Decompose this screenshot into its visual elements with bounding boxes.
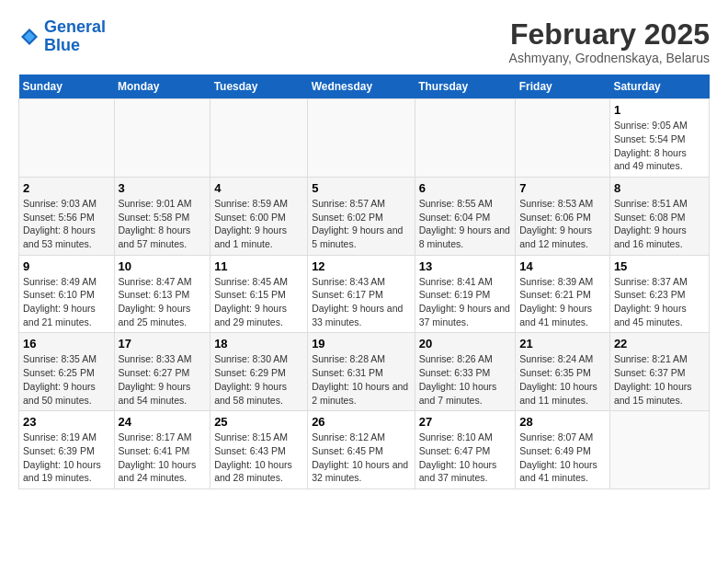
calendar-cell (210, 99, 308, 178)
day-info: Sunrise: 8:26 AM Sunset: 6:33 PM Dayligh… (419, 352, 512, 407)
calendar-cell: 16Sunrise: 8:35 AM Sunset: 6:25 PM Dayli… (19, 333, 115, 411)
calendar-cell (516, 99, 610, 178)
day-info: Sunrise: 8:15 AM Sunset: 6:43 PM Dayligh… (214, 431, 303, 485)
calendar-cell (114, 99, 210, 178)
calendar-cell: 14Sunrise: 8:39 AM Sunset: 6:21 PM Dayli… (516, 255, 610, 333)
calendar-cell: 7Sunrise: 8:53 AM Sunset: 6:06 PM Daylig… (516, 177, 610, 255)
day-number: 13 (419, 259, 512, 273)
day-number: 10 (119, 259, 207, 273)
calendar-week-row: 1Sunrise: 9:05 AM Sunset: 5:54 PM Daylig… (19, 99, 710, 178)
day-info: Sunrise: 8:33 AM Sunset: 6:27 PM Dayligh… (119, 352, 207, 407)
day-number: 20 (419, 337, 512, 350)
day-info: Sunrise: 8:17 AM Sunset: 6:41 PM Dayligh… (119, 431, 207, 485)
day-number: 7 (519, 181, 606, 195)
day-number: 11 (214, 259, 303, 273)
day-info: Sunrise: 8:37 AM Sunset: 6:23 PM Dayligh… (614, 275, 705, 329)
calendar-cell: 9Sunrise: 8:49 AM Sunset: 6:10 PM Daylig… (19, 255, 115, 333)
day-number: 2 (23, 181, 110, 195)
weekday-header-sunday: Sunday (19, 75, 115, 99)
day-number: 27 (419, 415, 512, 429)
page-title: February 2025 (509, 18, 710, 51)
calendar-cell: 22Sunrise: 8:21 AM Sunset: 6:37 PM Dayli… (609, 333, 709, 411)
day-number: 4 (214, 181, 303, 195)
calendar-cell: 3Sunrise: 9:01 AM Sunset: 5:58 PM Daylig… (114, 177, 210, 255)
logo-line1: General (44, 17, 106, 36)
weekday-header-saturday: Saturday (609, 75, 709, 99)
calendar-cell: 20Sunrise: 8:26 AM Sunset: 6:33 PM Dayli… (415, 333, 516, 411)
day-info: Sunrise: 8:49 AM Sunset: 6:10 PM Dayligh… (23, 275, 110, 329)
day-number: 19 (312, 337, 411, 350)
calendar-header: SundayMondayTuesdayWednesdayThursdayFrid… (19, 75, 710, 99)
day-info: Sunrise: 8:39 AM Sunset: 6:21 PM Dayligh… (519, 275, 606, 329)
day-number: 6 (419, 181, 512, 195)
day-info: Sunrise: 8:21 AM Sunset: 6:37 PM Dayligh… (614, 352, 705, 407)
calendar-cell: 18Sunrise: 8:30 AM Sunset: 6:29 PM Dayli… (210, 333, 308, 411)
logo-text: General Blue (44, 18, 106, 55)
day-info: Sunrise: 8:30 AM Sunset: 6:29 PM Dayligh… (214, 352, 303, 407)
day-info: Sunrise: 8:35 AM Sunset: 6:25 PM Dayligh… (23, 352, 110, 407)
calendar-cell: 19Sunrise: 8:28 AM Sunset: 6:31 PM Dayli… (308, 333, 415, 411)
calendar-cell: 10Sunrise: 8:47 AM Sunset: 6:13 PM Dayli… (114, 255, 210, 333)
calendar-cell: 21Sunrise: 8:24 AM Sunset: 6:35 PM Dayli… (516, 333, 610, 411)
calendar-cell: 25Sunrise: 8:15 AM Sunset: 6:43 PM Dayli… (210, 411, 308, 489)
day-info: Sunrise: 8:53 AM Sunset: 6:06 PM Dayligh… (519, 197, 606, 251)
calendar-cell: 6Sunrise: 8:55 AM Sunset: 6:04 PM Daylig… (415, 177, 516, 255)
day-info: Sunrise: 8:55 AM Sunset: 6:04 PM Dayligh… (419, 197, 512, 251)
calendar-cell (19, 99, 115, 178)
calendar-cell: 23Sunrise: 8:19 AM Sunset: 6:39 PM Dayli… (19, 411, 115, 489)
day-number: 14 (519, 259, 606, 273)
day-number: 3 (119, 181, 207, 195)
calendar-cell (609, 411, 709, 489)
calendar-week-row: 9Sunrise: 8:49 AM Sunset: 6:10 PM Daylig… (19, 255, 710, 333)
calendar-cell: 1Sunrise: 9:05 AM Sunset: 5:54 PM Daylig… (609, 99, 709, 178)
day-info: Sunrise: 8:07 AM Sunset: 6:49 PM Dayligh… (519, 431, 606, 485)
day-number: 26 (312, 415, 411, 429)
calendar-cell: 2Sunrise: 9:03 AM Sunset: 5:56 PM Daylig… (19, 177, 115, 255)
calendar-cell: 24Sunrise: 8:17 AM Sunset: 6:41 PM Dayli… (114, 411, 210, 489)
day-number: 21 (519, 337, 606, 350)
day-number: 16 (23, 337, 110, 350)
calendar-table: SundayMondayTuesdayWednesdayThursdayFrid… (18, 75, 710, 489)
calendar-cell: 17Sunrise: 8:33 AM Sunset: 6:27 PM Dayli… (114, 333, 210, 411)
day-number: 23 (23, 415, 110, 429)
calendar-week-row: 23Sunrise: 8:19 AM Sunset: 6:39 PM Dayli… (19, 411, 710, 489)
day-number: 28 (519, 415, 606, 429)
day-number: 1 (614, 103, 705, 117)
day-number: 15 (614, 259, 705, 273)
page-header: General Blue February 2025 Ashmyany, Gro… (18, 18, 710, 65)
title-block: February 2025 Ashmyany, Grodnenskaya, Be… (509, 18, 710, 65)
day-info: Sunrise: 8:43 AM Sunset: 6:17 PM Dayligh… (312, 275, 411, 329)
day-number: 25 (214, 415, 303, 429)
weekday-header-row: SundayMondayTuesdayWednesdayThursdayFrid… (19, 75, 710, 99)
day-number: 5 (312, 181, 411, 195)
day-info: Sunrise: 8:45 AM Sunset: 6:15 PM Dayligh… (214, 275, 303, 329)
day-info: Sunrise: 8:57 AM Sunset: 6:02 PM Dayligh… (312, 197, 411, 251)
weekday-header-monday: Monday (114, 75, 210, 99)
calendar-cell: 12Sunrise: 8:43 AM Sunset: 6:17 PM Dayli… (308, 255, 415, 333)
calendar-week-row: 2Sunrise: 9:03 AM Sunset: 5:56 PM Daylig… (19, 177, 710, 255)
calendar-cell: 8Sunrise: 8:51 AM Sunset: 6:08 PM Daylig… (609, 177, 709, 255)
day-info: Sunrise: 8:12 AM Sunset: 6:45 PM Dayligh… (312, 431, 411, 485)
weekday-header-wednesday: Wednesday (308, 75, 415, 99)
calendar-cell (415, 99, 516, 178)
calendar-cell: 11Sunrise: 8:45 AM Sunset: 6:15 PM Dayli… (210, 255, 308, 333)
day-number: 12 (312, 259, 411, 273)
day-info: Sunrise: 8:47 AM Sunset: 6:13 PM Dayligh… (119, 275, 207, 329)
logo-line2: Blue (44, 36, 80, 54)
calendar-week-row: 16Sunrise: 8:35 AM Sunset: 6:25 PM Dayli… (19, 333, 710, 411)
day-info: Sunrise: 8:51 AM Sunset: 6:08 PM Dayligh… (614, 197, 705, 251)
page-subtitle: Ashmyany, Grodnenskaya, Belarus (509, 51, 710, 65)
day-number: 22 (614, 337, 705, 350)
weekday-header-friday: Friday (516, 75, 610, 99)
day-info: Sunrise: 8:19 AM Sunset: 6:39 PM Dayligh… (23, 431, 110, 485)
day-info: Sunrise: 8:41 AM Sunset: 6:19 PM Dayligh… (419, 275, 512, 329)
day-number: 17 (119, 337, 207, 350)
day-info: Sunrise: 9:05 AM Sunset: 5:54 PM Dayligh… (614, 119, 705, 173)
day-info: Sunrise: 8:28 AM Sunset: 6:31 PM Dayligh… (312, 352, 411, 407)
day-info: Sunrise: 9:01 AM Sunset: 5:58 PM Dayligh… (119, 197, 207, 251)
day-info: Sunrise: 9:03 AM Sunset: 5:56 PM Dayligh… (23, 197, 110, 251)
calendar-cell: 15Sunrise: 8:37 AM Sunset: 6:23 PM Dayli… (609, 255, 709, 333)
day-number: 18 (214, 337, 303, 350)
day-info: Sunrise: 8:59 AM Sunset: 6:00 PM Dayligh… (214, 197, 303, 251)
day-info: Sunrise: 8:24 AM Sunset: 6:35 PM Dayligh… (519, 352, 606, 407)
